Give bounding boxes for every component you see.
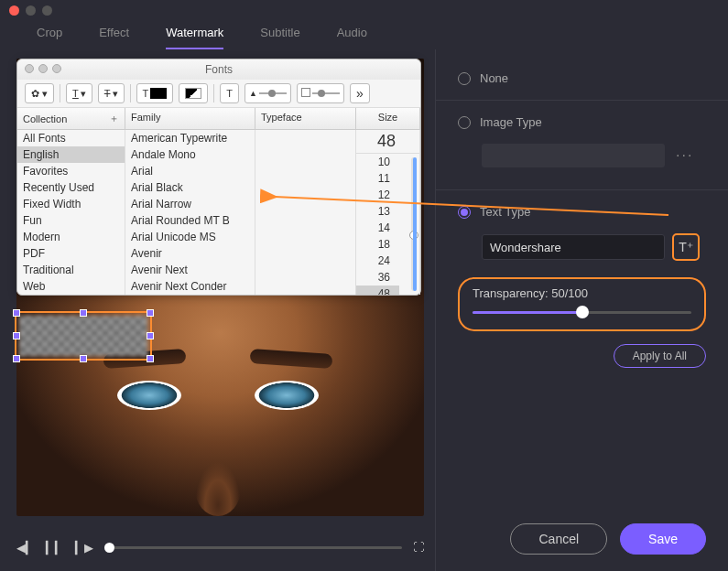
family-item[interactable]: Arial xyxy=(125,163,255,179)
collection-item[interactable]: All Fonts xyxy=(17,130,125,146)
watermark-options: None Image Type ··· Text Type T⁺ Transpa… xyxy=(435,49,728,571)
transparency-group: Transparency: 50/100 xyxy=(458,277,706,331)
collection-item[interactable]: English xyxy=(17,146,125,163)
family-list[interactable]: American Typewrite Andale Mono Arial Ari… xyxy=(125,130,255,295)
family-item[interactable]: Avenir Next Conder xyxy=(125,278,255,295)
radio-image-type[interactable] xyxy=(458,116,471,129)
size-item[interactable]: 36 xyxy=(356,269,399,286)
play-pause-button[interactable]: ▎▎ xyxy=(46,541,64,555)
tab-crop[interactable]: Crop xyxy=(37,26,62,49)
resize-handle-br[interactable] xyxy=(147,355,154,362)
family-item[interactable]: American Typewrite xyxy=(125,130,255,146)
prev-frame-button[interactable]: ◀▎ xyxy=(16,541,35,555)
video-preview[interactable]: Fonts ✿ ▾ T ▾ T ▾ T T ▲ » Col xyxy=(16,59,424,516)
open-font-panel-button[interactable]: T⁺ xyxy=(672,233,700,261)
family-item[interactable]: Arial Narrow xyxy=(125,196,255,212)
progress-bar[interactable] xyxy=(104,546,402,549)
apply-to-all-button[interactable]: Apply to All xyxy=(614,344,706,368)
image-type-label: Image Type xyxy=(480,115,542,129)
watermark-text-input[interactable] xyxy=(482,234,665,260)
size-item[interactable]: 10 xyxy=(356,154,399,170)
bg-color-button[interactable] xyxy=(179,83,208,103)
fonts-columns-header: Collection＋ Family Typeface Size xyxy=(17,108,420,130)
typeface-list[interactable] xyxy=(255,130,356,295)
watermark-content xyxy=(19,316,147,356)
collection-item[interactable]: PDF xyxy=(17,245,125,262)
text-sample-button[interactable]: T xyxy=(220,83,239,103)
toolbar-overflow-button[interactable]: » xyxy=(350,83,370,103)
none-label: None xyxy=(480,71,508,85)
panel-min-dot[interactable] xyxy=(38,64,48,73)
save-button[interactable]: Save xyxy=(620,523,706,555)
editor-tabs: Crop Effect Watermark Subtitle Audio xyxy=(0,20,728,49)
minimize-window-dot[interactable] xyxy=(26,5,36,16)
watermark-selection-box[interactable] xyxy=(15,311,152,361)
add-collection-button[interactable]: ＋ xyxy=(109,112,119,125)
progress-thumb[interactable] xyxy=(104,543,114,553)
resize-handle-tl[interactable] xyxy=(13,309,20,317)
kerning-slider[interactable]: ▲ xyxy=(244,83,291,103)
resize-handle-bl[interactable] xyxy=(13,355,20,362)
size-item[interactable]: 12 xyxy=(356,187,399,203)
size-item[interactable]: 48 xyxy=(356,286,399,295)
player-controls: ◀▎ ▎▎ ▎▶ ⛶ xyxy=(16,536,424,558)
tab-audio[interactable]: Audio xyxy=(337,26,367,49)
tab-effect[interactable]: Effect xyxy=(99,26,129,49)
text-type-label: Text Type xyxy=(480,205,530,219)
panel-close-dot[interactable] xyxy=(25,64,34,73)
resize-handle-tc[interactable] xyxy=(80,309,87,317)
family-item[interactable]: Arial Rounded MT B xyxy=(125,212,255,229)
resize-handle-bc[interactable] xyxy=(80,355,87,362)
family-item[interactable]: Andale Mono xyxy=(125,146,255,163)
size-column: 48 10 11 12 13 14 18 24 36 48 xyxy=(356,130,420,295)
collection-item[interactable]: Fun xyxy=(17,212,125,229)
resize-handle-tr[interactable] xyxy=(147,309,154,317)
strikethrough-button[interactable]: T ▾ xyxy=(98,83,125,103)
fonts-panel-title: Fonts xyxy=(17,59,420,80)
size-slider[interactable] xyxy=(404,157,417,291)
cancel-button[interactable]: Cancel xyxy=(510,523,607,555)
spacing-slider[interactable] xyxy=(297,83,344,103)
tab-subtitle[interactable]: Subtitle xyxy=(260,26,299,49)
resize-handle-mr[interactable] xyxy=(147,332,154,339)
collection-list[interactable]: All Fonts English Favorites Recently Use… xyxy=(17,130,125,295)
family-item[interactable]: Avenir Next xyxy=(125,262,255,278)
family-item[interactable]: Arial Black xyxy=(125,179,255,196)
size-item[interactable]: 11 xyxy=(356,170,399,187)
collection-item[interactable]: Modern xyxy=(17,229,125,245)
slider-thumb[interactable] xyxy=(576,306,589,318)
text-style-button[interactable]: T ▾ xyxy=(66,83,92,103)
size-list[interactable]: 10 11 12 13 14 18 24 36 48 xyxy=(356,154,399,295)
size-item[interactable]: 13 xyxy=(356,203,399,220)
fonts-picker-panel: Fonts ✿ ▾ T ▾ T ▾ T T ▲ » Col xyxy=(16,59,421,296)
transparency-label: Transparency: 50/100 xyxy=(473,286,691,300)
family-item[interactable]: Arial Unicode MS xyxy=(125,229,255,245)
collection-item[interactable]: Favorites xyxy=(17,163,125,179)
gear-menu-button[interactable]: ✿ ▾ xyxy=(25,83,54,103)
resize-handle-ml[interactable] xyxy=(13,332,20,339)
text-color-button[interactable]: T xyxy=(136,83,174,103)
fonts-toolbar: ✿ ▾ T ▾ T ▾ T T ▲ » xyxy=(17,80,420,108)
collection-item[interactable]: Fixed Width xyxy=(17,196,125,212)
collection-item[interactable]: Recently Used xyxy=(17,179,125,196)
transparency-slider[interactable] xyxy=(473,307,691,317)
close-window-dot[interactable] xyxy=(9,5,19,16)
fullscreen-button[interactable]: ⛶ xyxy=(413,541,424,554)
image-path-field[interactable] xyxy=(482,144,665,167)
size-item[interactable]: 18 xyxy=(356,236,399,253)
radio-text-type[interactable] xyxy=(458,206,471,219)
radio-none[interactable] xyxy=(458,72,471,85)
zoom-window-dot[interactable] xyxy=(42,5,52,16)
collection-item[interactable]: Web xyxy=(17,278,125,295)
window-titlebar xyxy=(0,0,728,20)
size-input[interactable]: 48 xyxy=(356,130,419,154)
family-item[interactable]: Avenir xyxy=(125,245,255,262)
panel-zoom-dot[interactable] xyxy=(52,64,61,73)
collection-item[interactable]: Traditional xyxy=(17,262,125,278)
size-item[interactable]: 24 xyxy=(356,253,399,269)
size-item[interactable]: 14 xyxy=(356,220,399,236)
browse-image-button[interactable]: ··· xyxy=(672,147,697,164)
next-frame-button[interactable]: ▎▶ xyxy=(75,541,93,555)
tab-watermark[interactable]: Watermark xyxy=(166,26,223,49)
